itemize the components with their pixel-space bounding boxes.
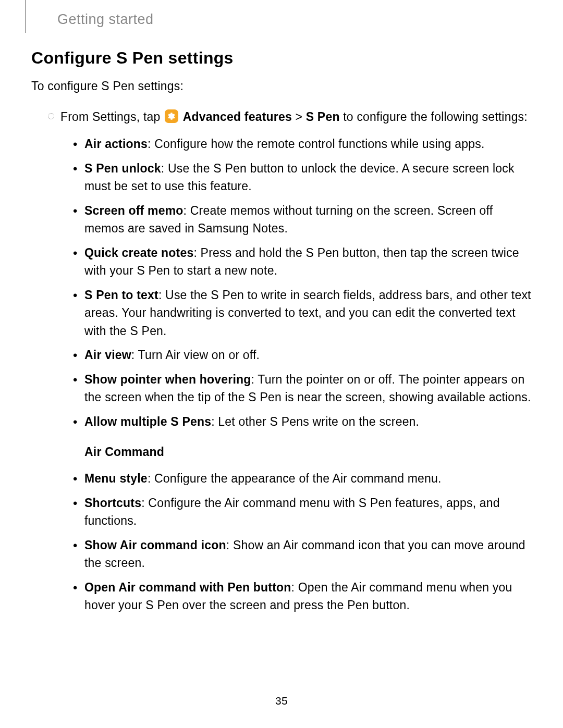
main-content: Configure S Pen settings To configure S … (0, 33, 563, 614)
page-number: 35 (0, 695, 563, 707)
path-separator: > (292, 110, 306, 124)
setting-name: Quick create notes (84, 246, 193, 260)
setting-desc: : Configure the Air command menu with S … (84, 496, 500, 528)
setting-name: Screen off memo (84, 204, 183, 217)
advanced-features-label: Advanced features (183, 110, 292, 124)
setting-desc: : Configure the appearance of the Air co… (148, 472, 442, 485)
setting-name: S Pen to text (84, 288, 158, 302)
list-item: Air actions: Configure how the remote co… (73, 135, 532, 153)
spen-label: S Pen (306, 110, 340, 124)
instruction-suffix: to configure the following settings: (340, 110, 528, 124)
setting-desc: : Turn Air view on or off. (131, 348, 260, 362)
list-item: Shortcuts: Configure the Air command men… (73, 494, 532, 530)
list-item: Screen off memo: Create memos without tu… (73, 202, 532, 238)
list-item: Show pointer when hovering: Turn the poi… (73, 371, 532, 406)
setting-name: Show pointer when hovering (84, 373, 251, 386)
list-item: Menu style: Configure the appearance of … (73, 470, 532, 488)
setting-name: Shortcuts (84, 496, 141, 510)
settings-list: Air actions: Configure how the remote co… (31, 135, 532, 430)
setting-desc: : Configure how the remote control funct… (148, 137, 485, 151)
list-item: S Pen to text: Use the S Pen to write in… (73, 286, 532, 340)
setting-name: Menu style (84, 472, 148, 485)
setting-desc: : Let other S Pens write on the screen. (211, 415, 419, 428)
setting-name: Open Air command with Pen button (84, 581, 291, 594)
list-item: S Pen unlock: Use the S Pen button to un… (73, 159, 532, 195)
setting-name: Allow multiple S Pens (84, 415, 211, 428)
setting-name: Air actions (84, 137, 148, 151)
page-title: Configure S Pen settings (31, 48, 532, 68)
setting-name: Air view (84, 348, 131, 362)
page-header: Getting started (25, 0, 563, 33)
gear-icon (165, 109, 178, 123)
list-item: Open Air command with Pen button: Open t… (73, 578, 532, 614)
list-item: Quick create notes: Press and hold the S… (73, 244, 532, 280)
section-name: Getting started (51, 11, 563, 28)
list-item: Air view: Turn Air view on or off. (73, 346, 532, 364)
list-item: Allow multiple S Pens: Let other S Pens … (73, 413, 532, 431)
list-item: Show Air command icon: Show an Air comma… (73, 536, 532, 572)
instruction-text: From Settings, tap Advanced features > S… (60, 108, 528, 126)
setting-name: Show Air command icon (84, 538, 226, 552)
setting-name: S Pen unlock (84, 162, 161, 175)
instruction-block: From Settings, tap Advanced features > S… (31, 108, 532, 126)
subsection-title: Air Command (31, 445, 532, 459)
intro-text: To configure S Pen settings: (31, 77, 532, 95)
instruction-prefix: From Settings, tap (60, 110, 164, 124)
air-command-list: Menu style: Configure the appearance of … (31, 470, 532, 614)
ring-bullet-icon (48, 113, 54, 119)
